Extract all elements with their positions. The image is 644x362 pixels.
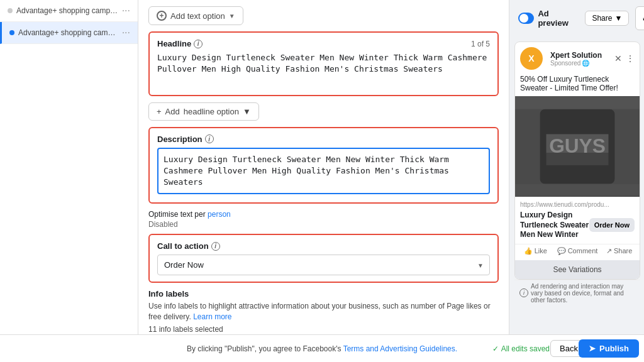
sidebar-dot <box>8 8 13 13</box>
cta-wrapper: Order Now Shop Now Learn More Sign Up Ge… <box>157 255 490 275</box>
bottom-bar: By clicking "Publish", you agree to Face… <box>0 334 644 362</box>
info-labels-desc: Use info labels to highlight attractive … <box>148 301 499 322</box>
description-info-icon[interactable]: i <box>205 134 214 143</box>
toggle-switch[interactable] <box>518 13 534 24</box>
headline-info-icon[interactable]: i <box>194 40 203 48</box>
preview-header-inner: Ad preview Share ▼ ⤢ Advanced Preview <box>518 6 635 30</box>
optimise-text: Optimise text per person <box>148 210 499 219</box>
advanced-preview-button[interactable]: ⤢ Advanced Preview <box>635 6 644 30</box>
cta-label: Call to action i <box>157 241 220 251</box>
sidebar-more-icon[interactable]: ··· <box>122 5 130 16</box>
svg-text:GUYS: GUYS <box>549 134 606 157</box>
info-labels-title: Info labels <box>148 289 499 299</box>
preview-left: X Xpert Solution Sponsored 🌐 <box>514 41 640 306</box>
fb-card-actions: 👍 Like 💬 Comment ↗ Share <box>515 244 640 258</box>
headline-section: Headline i 1 of 5 Luxury Design Turtlene… <box>148 31 499 96</box>
preview-note: i Ad rendering and interaction may vary … <box>514 280 640 306</box>
fb-like-button[interactable]: 👍 Like <box>520 247 551 255</box>
add-headline-option-button[interactable]: + Add headline option ▼ <box>148 102 259 121</box>
fb-page-info: Xpert Solution Sponsored 🌐 <box>550 51 611 67</box>
app-container: Advantage+ shopping campaign 17... ··· A… <box>0 0 644 362</box>
sidebar-item-campaign2[interactable]: Advantage+ shopping campaign 17... ··· <box>0 22 138 44</box>
sidebar-more-icon-active[interactable]: ··· <box>122 27 130 38</box>
cta-header: Call to action i <box>157 241 490 251</box>
svg-rect-5 <box>515 97 640 109</box>
all-saved-text: All edits saved <box>501 344 550 353</box>
share-button[interactable]: Share ▼ <box>585 11 629 26</box>
headline-header: Headline i 1 of 5 <box>157 39 490 48</box>
fb-cta-row: Luxury Design Turtleneck Sweater Men New… <box>520 211 635 240</box>
share-chevron-icon: ▼ <box>614 14 622 23</box>
checkmark-icon: ✓ <box>492 344 499 353</box>
sidebar-item-campaign1[interactable]: Advantage+ shopping campaign 17... ··· <box>0 0 138 22</box>
preview-area: X Xpert Solution Sponsored 🌐 <box>509 36 644 311</box>
add-headline-label: headline option <box>184 107 239 116</box>
publish-arrow-icon: ➤ <box>589 344 596 353</box>
comment-icon: 💬 <box>557 247 566 255</box>
sidebar-dot-active <box>9 30 14 35</box>
disabled-text: Disabled <box>148 220 499 229</box>
fb-share-button[interactable]: ↗ Share <box>604 247 635 255</box>
headline-count: 1 of 5 <box>471 40 490 48</box>
fb-product-title: Luxury Design Turtleneck Sweater Men New… <box>520 211 589 240</box>
info-labels-section: Info labels Use info labels to highlight… <box>148 289 499 334</box>
sweater-svg: GUYS <box>515 97 640 196</box>
publish-label: Publish <box>599 344 629 353</box>
bottom-bar-text: By clicking "Publish", you agree to Face… <box>187 344 457 353</box>
fb-page-name: Xpert Solution <box>550 51 611 60</box>
headline-label: Headline i <box>157 39 203 48</box>
fb-comment-button[interactable]: 💬 Comment <box>557 247 598 255</box>
like-icon: 👍 <box>524 247 533 255</box>
add-text-option-label: Add text option <box>170 11 225 21</box>
fb-more-icon[interactable]: ⋮ <box>626 53 635 63</box>
plus-circle-icon: + <box>157 11 167 21</box>
cta-section: Call to action i Order Now Shop Now Lear… <box>148 234 499 283</box>
fb-ad-card: X Xpert Solution Sponsored 🌐 <box>514 41 640 280</box>
add-text-option-button[interactable]: + Add text option ▼ <box>148 6 243 25</box>
optimise-person-link[interactable]: person <box>208 210 231 219</box>
share-label: Share <box>592 14 612 23</box>
add-headline-prefix: Add <box>165 107 180 116</box>
fb-url: https://www.tienudi.com/produ... <box>520 201 635 208</box>
headline-chevron-icon: ▼ <box>243 107 251 116</box>
fb-sponsored: Sponsored 🌐 <box>550 60 611 67</box>
sidebar-item-label: Advantage+ shopping campaign 17... <box>16 6 118 15</box>
fb-close-icon[interactable]: ✕ <box>614 53 622 63</box>
ad-preview-toggle[interactable]: Ad preview <box>518 9 572 28</box>
right-panel: Ad preview Share ▼ ⤢ Advanced Preview <box>509 0 644 334</box>
fb-order-now-button[interactable]: Order Now <box>589 218 635 232</box>
terms-link[interactable]: Terms and Advertising Guidelines. <box>343 344 457 353</box>
share-action-icon: ↗ <box>606 247 612 255</box>
see-variations-button[interactable]: See Variations <box>515 260 640 279</box>
left-panel: + Add text option ▼ Headline i 1 of 5 Lu… <box>138 0 509 334</box>
description-textarea[interactable]: Luxury Design Turtleneck Sweater Men New… <box>157 148 490 195</box>
fb-ad-text: 50% Off Luxury Turtleneck Sweater - Limi… <box>515 75 640 96</box>
info-labels-selected-count: 11 info labels selected <box>148 325 499 334</box>
plus-circle-headline-icon: + <box>157 107 162 116</box>
publish-button[interactable]: ➤ Publish <box>579 339 639 358</box>
cta-select[interactable]: Order Now Shop Now Learn More Sign Up Ge… <box>157 255 490 275</box>
fb-card-footer: https://www.tienudi.com/produ... Luxury … <box>515 197 640 244</box>
description-section: Description i Luxury Design Turtleneck S… <box>148 127 499 204</box>
fb-card-header: X Xpert Solution Sponsored 🌐 <box>515 42 640 75</box>
svg-rect-6 <box>515 184 640 196</box>
all-edits-saved: ✓ All edits saved <box>492 344 550 353</box>
layout-body: Advantage+ shopping campaign 17... ··· A… <box>0 0 644 334</box>
chevron-down-icon: ▼ <box>229 13 235 19</box>
fb-header-actions: ✕ ⋮ <box>614 53 635 63</box>
headline-textarea[interactable]: Luxury Design Turtleneck Sweater Men New… <box>157 52 490 87</box>
sidebar-item-label-active: Advantage+ shopping campaign 17... <box>18 28 118 37</box>
info-labels-learn-more-link[interactable]: Learn more <box>193 312 231 321</box>
advertiser-avatar: X <box>520 47 543 70</box>
description-header: Description i <box>157 134 490 144</box>
ad-preview-label: Ad preview <box>538 9 572 28</box>
cta-info-icon[interactable]: i <box>211 242 220 251</box>
description-label: Description i <box>157 134 214 144</box>
preview-header: Ad preview Share ▼ ⤢ Advanced Preview <box>509 0 644 36</box>
sidebar: Advantage+ shopping campaign 17... ··· A… <box>0 0 138 334</box>
preview-note-info-icon: i <box>519 288 528 297</box>
fb-ad-image: GUYS <box>515 96 640 197</box>
